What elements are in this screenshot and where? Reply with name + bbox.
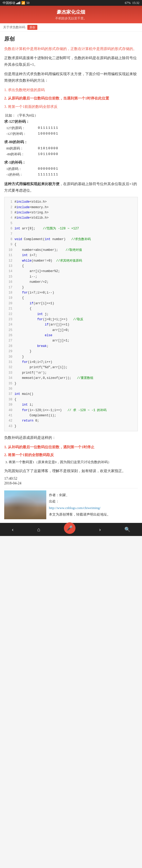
example-label: 比如：（字长为8位）: [4, 113, 138, 118]
nav-back[interactable]: ‹: [12, 526, 14, 533]
nav-forward[interactable]: ›: [99, 526, 101, 533]
row2-label: -127的补码：: [4, 131, 36, 137]
signal-bars: [16, 2, 20, 4]
example-127-header: 求-127的补码：: [4, 119, 138, 124]
restore-step-2: 2. 将第一个1前的全部数码取反: [4, 452, 138, 459]
row5-label: 1的原码：: [4, 166, 36, 172]
forward-icon: ›: [99, 526, 101, 533]
table-row: -1的补码： 11111111: [4, 172, 138, 178]
date: 2018-04-24: [4, 481, 138, 486]
footer-author: 作者：剑家、 出处： http://www.cnblogs.com/chiwei…: [46, 490, 138, 520]
bar1: [16, 3, 17, 4]
mic-icon: 🎤: [67, 525, 73, 531]
example-1-table: 1的原码： 00000001 -1的补码： 11111111: [4, 166, 138, 178]
author-name: 剑家、: [59, 493, 69, 497]
example-80-table: 80的原码： 01010000 -80的补码： 10110000: [4, 146, 138, 157]
back-icon: ‹: [12, 526, 14, 533]
original-tag: 原创: [27, 25, 37, 30]
wifi-label: 📶: [21, 1, 25, 5]
row3-label: 80的原码：: [4, 146, 36, 151]
tag-bar: 关于求负数补码 原创: [0, 23, 142, 32]
wifi-strength: 50: [26, 1, 29, 5]
bar3: [18, 2, 19, 4]
table-row: 1的原码： 00000001: [4, 166, 138, 172]
article-title: 原创: [4, 35, 138, 42]
carrier-label: 中国移动: [3, 1, 15, 5]
restore-step-3: 3. 将第一个数码置1（原来肯定是0，因为我们这里只讨论负数的补码）: [4, 459, 138, 465]
row2-val: 10000001: [36, 131, 138, 137]
bar2: [17, 3, 18, 4]
home-icon: ⌂: [37, 527, 41, 533]
battery-label: 67%: [125, 1, 131, 5]
bottom-nav: ‹ ⌂ 🎤 › 🔍: [0, 523, 142, 536]
steps-list: 1. 求出负数绝对值的原码 2. 从原码的最后一位数码位往前数，当遇到第一个1时…: [4, 86, 138, 111]
para1: 负数在计算机中是用补码的形式存储的，正数在计算机中是用原码的形式存储的。: [4, 45, 138, 52]
app-title: 豪杰家化尘烟: [4, 9, 138, 15]
nav-mic[interactable]: 🎤: [64, 522, 75, 534]
row3-val: 01010000: [36, 146, 138, 151]
example-80-header: 求-80的补码：: [4, 140, 138, 145]
table-row: 80的原码： 01010000: [4, 146, 138, 151]
example-127-table: 127的原码： 01111111 -127的补码： 10000001: [4, 125, 138, 137]
bar4: [20, 2, 20, 4]
summary-text: 这种方式用编程实现起来比较方便，在原码的基础上除符号位外其余位取反后+1的方式要…: [4, 181, 138, 194]
from-url-line: http://www.cnblogs.com/chiweiming/: [49, 505, 135, 512]
footer-section: 作者：剑家、 出处： http://www.cnblogs.com/chiwei…: [4, 488, 138, 520]
status-bar: 中国移动 📶 50 67% 15:32: [0, 0, 142, 6]
row6-val: 11111111: [36, 172, 138, 178]
from-url-link[interactable]: http://www.cnblogs.com/chiweiming/: [49, 506, 100, 510]
timestamp: 17:40:52: [4, 476, 138, 481]
app-subtitle: 不积跬步无以至千里。: [4, 16, 138, 21]
step3: 3. 将第一个1前面的数码全部求反: [4, 103, 138, 111]
tag-section-label: 关于求负数补码: [3, 25, 25, 30]
table-row: 127的原码： 01111111: [4, 125, 138, 131]
restore-step-1: 1. 从补码的最后一位数码位往前数，遇到第一个1时停止: [4, 443, 138, 451]
row6-label: -1的补码：: [4, 172, 36, 178]
step1: 1. 求出负数绝对值的原码: [4, 86, 138, 94]
row5-val: 00000001: [36, 166, 138, 172]
search-icon: 🔍: [124, 527, 130, 532]
copyright-line: 本文为原创博客，转载请声明出处地址。: [49, 512, 135, 518]
row1-label: 127的原码：: [4, 125, 36, 131]
status-left: 中国移动 📶 50: [3, 1, 29, 5]
from-line: 出处：: [49, 498, 135, 505]
nav-home[interactable]: ⌂: [37, 527, 41, 533]
article-content: 原创 负数在计算机中是用补码的形式存储的，正数在计算机中是用原码的形式存储的。 …: [0, 32, 142, 523]
closing-text: 为巩固知识点下了这篇博客，理解不是很深刻，如有错误，欢迎大家指正。: [4, 468, 138, 474]
row4-val: 10110000: [36, 151, 138, 157]
restore-steps: 1. 从补码的最后一位数码位往前数，遇到第一个1时停止 2. 将第一个1前的全部…: [4, 443, 138, 465]
nav-search[interactable]: 🔍: [124, 527, 130, 532]
step2: 2. 从原码的最后一位数码位往前数，当遇到第一个1时停在此位置: [4, 95, 138, 102]
status-right: 67% 15:32: [125, 1, 139, 5]
from-label: 出处：: [49, 499, 59, 503]
table-row: -80的补码： 10110000: [4, 151, 138, 157]
code-block: 1#include<stdio.h> 2#include<memory.h> 3…: [4, 197, 138, 431]
restore-title: 负数补码还原成原码是这样的：: [4, 434, 138, 441]
para3: 但是用这种方式求负数补码用编程实现不太方便，下面介绍一种用编程实现起来较简便的求…: [4, 71, 138, 84]
code-block-wrapper: 1#include<stdio.h> 2#include<memory.h> 3…: [4, 197, 138, 431]
para2: 正数求原码直接将十进制转化二进制即可，负数的补码是在原码的基础上除符号位外其余位…: [4, 55, 138, 68]
footer-image: [4, 490, 46, 519]
author-label: 作者：: [49, 493, 59, 497]
author-line: 作者：剑家、: [49, 492, 135, 499]
row4-label: -80的补码：: [4, 151, 36, 157]
table-row: -127的补码： 10000001: [4, 131, 138, 137]
time-label: 15:32: [132, 1, 139, 5]
app-header: 豪杰家化尘烟 不积跬步无以至千里。: [0, 6, 142, 23]
row1-val: 01111111: [36, 125, 138, 131]
footer-image-inner: [4, 490, 46, 519]
example-1-header: 求-1的补码：: [4, 160, 138, 165]
